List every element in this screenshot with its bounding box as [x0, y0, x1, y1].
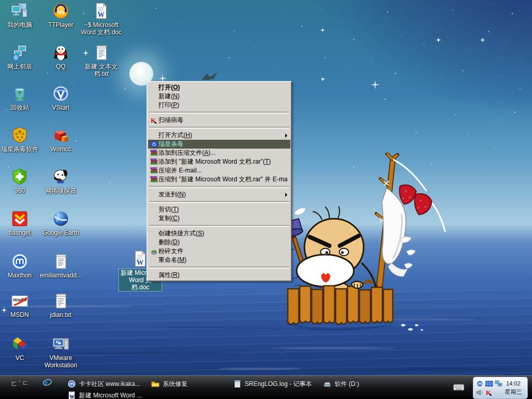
ttplayer-icon — [52, 2, 70, 20]
network-tray-icon[interactable] — [495, 380, 502, 388]
desktop-icon-label: emiliamtvadd... — [39, 272, 83, 279]
star — [47, 73, 48, 74]
desktop-icon-label: 网络嗅探器 — [44, 187, 77, 194]
menu-icon-spacer — [149, 101, 158, 110]
menu-item-open-with[interactable]: 打开方式(H) — [148, 131, 290, 140]
sparkle-star — [321, 28, 325, 32]
menu-item-label: 压缩并 E-mail... — [158, 166, 202, 175]
menu-separator — [149, 267, 289, 269]
taskbar-button-system-repair[interactable]: 系统修复 — [151, 379, 188, 389]
desktop-icon-emiliamtvadd[interactable]: emiliamtvadd... — [36, 252, 86, 280]
sparkle-star — [321, 77, 325, 82]
star — [109, 182, 110, 183]
taskbar: ヒ'ㄷ e 卡卡社区 www.ikaka...系统修复SREngLOG.log … — [0, 375, 532, 399]
star — [423, 44, 424, 45]
network-places-icon — [11, 44, 29, 61]
quick-launch-internet-explorer[interactable]: e — [43, 378, 52, 387]
star — [452, 9, 453, 10]
desktop-icon-label: 360 — [14, 187, 26, 194]
sparkle-star — [480, 37, 485, 43]
tray-clock-day[interactable]: 星期三 — [502, 389, 524, 395]
desktop-icon-label: jdian.txt — [49, 311, 72, 318]
taskbar-button-drive-d[interactable]: 软件 (D:) — [323, 379, 359, 389]
desktop-icon-vstart[interactable]: VStart — [36, 85, 86, 112]
menu-item-properties[interactable]: 属性(R) — [148, 271, 290, 280]
star — [455, 114, 456, 115]
maxthon-icon — [11, 252, 29, 270]
menu-separator — [149, 225, 289, 227]
menu-item-label: 创建快捷方式(S) — [158, 229, 204, 238]
menu-item-add-to-named-archive[interactable]: 添加到 "新建 Microsoft Word 文档.rar"(T) — [148, 157, 290, 166]
menu-item-shred-file[interactable]: 粉碎文件 — [148, 247, 290, 256]
menu-item-new[interactable]: 新建(N) — [148, 92, 290, 101]
desktop-icon-new-text-doc[interactable]: 新建 文本文档.txt — [76, 44, 126, 78]
desktop-icon-tmp-word-doc[interactable]: W~$ Microsoft Word 文档.doc — [76, 2, 126, 36]
menu-item-scan-virus[interactable]: K扫描病毒 — [148, 116, 290, 125]
svg-text:W: W — [70, 394, 74, 399]
taskbar-button-new-word-doc-window[interactable]: W新建 Microsoft Word ... — [68, 390, 142, 399]
star — [384, 99, 385, 100]
taskbar-button-srenglog-notepad[interactable]: SREngLOG.log - 记事本 — [233, 379, 312, 389]
firewall-tray-icon[interactable] — [485, 380, 493, 388]
taskbar-button-label: 系统修复 — [163, 380, 188, 389]
menu-item-label: 粉碎文件 — [158, 247, 183, 256]
desktop-icon-womcc[interactable]: Womcc — [36, 126, 86, 153]
menu-item-copy[interactable]: 复制(C) — [148, 214, 290, 223]
vstart-icon — [52, 85, 70, 102]
desktop-icon-label: 新建 文本文档.txt — [77, 63, 125, 77]
taskbar-button-kaka-community[interactable]: 卡卡社区 www.ikaka... — [68, 379, 140, 389]
menu-item-label: 发送到(N) — [158, 190, 186, 199]
menu-icon-spacer — [149, 271, 158, 280]
desktop-icon-label: 瑞星杀毒软件 — [0, 145, 39, 153]
maxthon-small-icon — [68, 380, 76, 388]
desktop-icon-jdian-txt[interactable]: jdian.txt — [36, 292, 86, 319]
sea-streak — [395, 368, 514, 370]
menu-item-label: 打印(P) — [158, 101, 179, 110]
star — [353, 39, 354, 40]
menu-item-rename[interactable]: 重命名(M) — [148, 256, 290, 264]
star — [301, 26, 302, 27]
desktop-icon-label: QQ — [55, 63, 67, 70]
star — [320, 8, 321, 9]
svg-text:W: W — [137, 259, 144, 267]
star — [512, 13, 513, 14]
start-logo[interactable]: ヒ'ㄷ — [10, 379, 30, 388]
menu-item-add-to-archive[interactable]: 添加到压缩文件(A)... — [148, 149, 290, 157]
vc-icon — [11, 335, 29, 353]
kaspersky-tray-icon[interactable]: K — [485, 389, 493, 396]
menu-item-rising-scan[interactable]: 瑞星杀毒 — [148, 140, 290, 149]
maxthon-tray-icon[interactable] — [476, 380, 484, 388]
menu-item-compress-named-and-email[interactable]: 压缩到 "新建 Microsoft Word 文档.rar" 并 E-mail — [148, 175, 290, 184]
sea-streak — [270, 347, 395, 349]
desktop-icon-vmware-workstation[interactable]: VMware Workstation — [36, 335, 86, 369]
menu-item-delete[interactable]: 删除(D) — [148, 238, 290, 247]
cartoon-raft-wallpaper-art — [280, 153, 459, 337]
star — [520, 88, 521, 89]
menu-item-compress-and-email[interactable]: 压缩并 E-mail... — [148, 166, 290, 175]
menu-item-send-to[interactable]: 发送到(N) — [148, 190, 290, 199]
sea-streak — [156, 326, 291, 328]
menu-item-cut[interactable]: 剪切(T) — [148, 205, 290, 214]
star — [229, 57, 230, 58]
star — [125, 88, 126, 89]
desktop-icon-network-sniffer[interactable]: 网络嗅探器 — [36, 168, 86, 195]
menu-icon-spacer — [149, 84, 158, 92]
menu-separator — [149, 201, 289, 203]
menu-item-print[interactable]: 打印(P) — [148, 101, 290, 110]
desktop-icon-google-earth[interactable]: Google Earth — [36, 210, 86, 237]
notepad-icon — [52, 292, 70, 310]
system-tray: K 14:02 星期三 — [473, 377, 528, 399]
sea-streak — [62, 352, 239, 354]
keyboard-layout-icon[interactable] — [453, 383, 464, 391]
tray-clock-time[interactable]: 14:02 — [502, 380, 524, 387]
desktop: 我的电脑TTPlayerW~$ Microsoft Word 文档.doc网上邻… — [0, 0, 532, 399]
star — [395, 73, 396, 74]
menu-item-create-shortcut[interactable]: 创建快捷方式(S) — [148, 229, 290, 238]
star — [514, 112, 515, 113]
menu-item-label: 复制(C) — [158, 214, 180, 223]
winrar-icon — [149, 149, 158, 157]
volume-tray-icon[interactable] — [476, 389, 484, 396]
msdn-icon: msdn — [11, 292, 29, 310]
menu-item-open[interactable]: 打开(O) — [148, 83, 290, 92]
menu-item-label: 压缩到 "新建 Microsoft Word 文档.rar" 并 E-mail — [158, 175, 287, 184]
